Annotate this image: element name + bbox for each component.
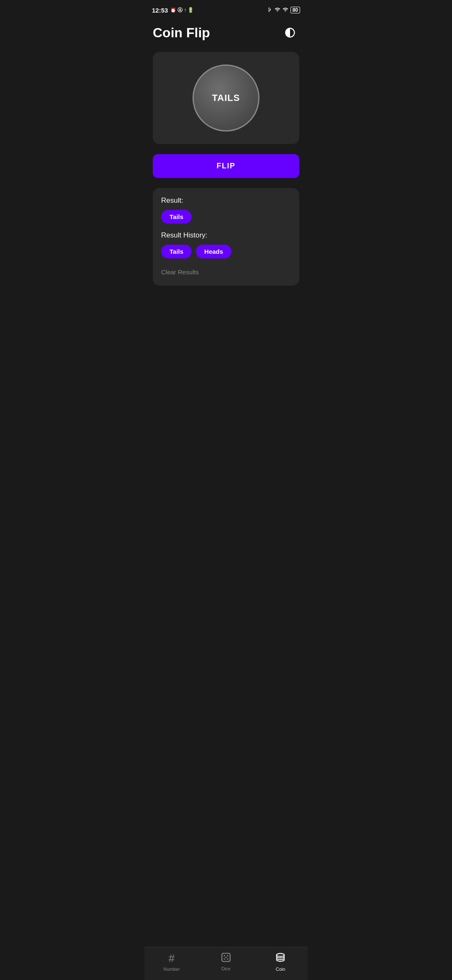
- status-right: 80: [267, 7, 300, 14]
- battery-icon: 🔋: [187, 7, 194, 13]
- android-icon: Ⓐ: [177, 7, 182, 14]
- current-result-badge: Tails: [161, 210, 192, 224]
- history-badges: Tails Heads: [161, 245, 291, 258]
- wifi-icon: [282, 7, 288, 14]
- coin-display-card: TAILS: [153, 52, 299, 144]
- clear-results-button[interactable]: Clear Results: [161, 267, 199, 277]
- battery-status: 80: [290, 7, 300, 13]
- status-bar: 12:53 ⏰ Ⓐ ↑ 🔋 80: [144, 0, 308, 18]
- history-label: Result History:: [161, 231, 291, 240]
- theme-toggle-icon: [284, 27, 296, 39]
- status-time: 12:53: [152, 7, 168, 14]
- theme-toggle-button[interactable]: [281, 23, 299, 42]
- status-left: 12:53 ⏰ Ⓐ ↑ 🔋: [152, 7, 194, 14]
- results-card: Result: Tails Result History: Tails Head…: [153, 188, 299, 286]
- result-label: Result:: [161, 196, 291, 205]
- alarm-icon: ⏰: [170, 8, 176, 13]
- app-header: Coin Flip: [144, 18, 308, 49]
- coin-circle[interactable]: TAILS: [193, 64, 259, 132]
- signal-icon: [275, 7, 280, 14]
- bluetooth-icon: [267, 7, 272, 14]
- upload-icon: ↑: [184, 7, 186, 13]
- history-badge-1: Heads: [196, 245, 231, 258]
- flip-button[interactable]: FLIP: [153, 154, 299, 178]
- main-content: TAILS FLIP Result: Tails Result History:…: [144, 49, 308, 353]
- coin-result-display: TAILS: [212, 93, 240, 103]
- page-title: Coin Flip: [153, 25, 210, 41]
- status-icons: ⏰ Ⓐ ↑ 🔋: [170, 7, 194, 14]
- history-badge-0: Tails: [161, 245, 192, 258]
